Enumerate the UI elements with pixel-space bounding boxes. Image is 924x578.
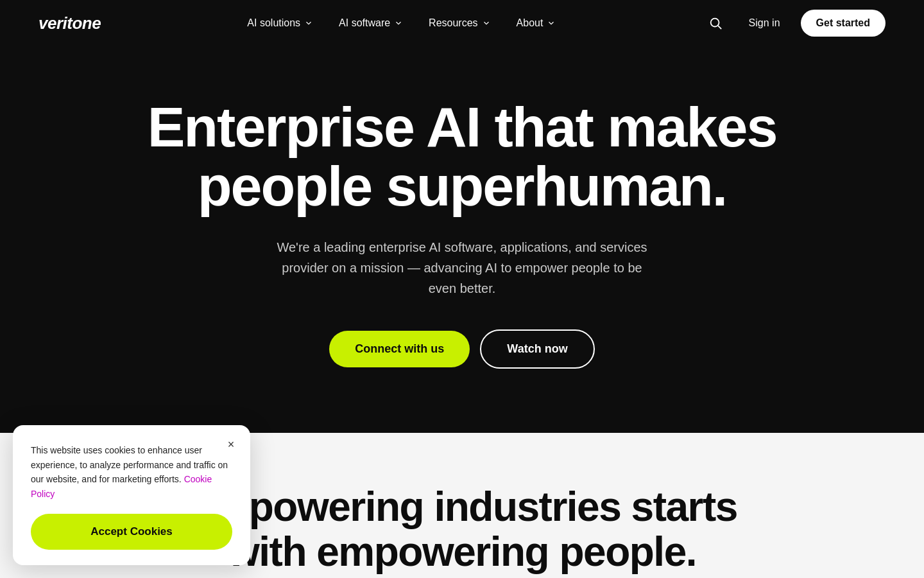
nav-item-about[interactable]: About (506, 11, 567, 35)
watch-now-button[interactable]: Watch now (480, 329, 594, 369)
section-two-title: Empowering industries starts with empowe… (173, 484, 751, 575)
nav-item-ai-solutions[interactable]: AI solutions (237, 11, 323, 35)
search-icon (708, 16, 723, 30)
nav-item-resources[interactable]: Resources (418, 11, 501, 35)
svg-point-0 (710, 19, 719, 27)
hero-subtitle: We're a leading enterprise AI software, … (276, 237, 648, 299)
nav-label-ai-software: AI software (339, 17, 390, 29)
chevron-down-icon (394, 19, 403, 28)
nav-item-ai-software[interactable]: AI software (329, 11, 413, 35)
section-two-title-text: Empowering industries starts with empowe… (187, 484, 737, 575)
chevron-down-icon (547, 19, 556, 28)
connect-with-us-button[interactable]: Connect with us (329, 331, 470, 367)
chevron-down-icon (304, 19, 313, 28)
hero-title: Enterprise AI that makes people superhum… (77, 98, 847, 216)
cookie-close-button[interactable]: × (222, 435, 240, 453)
navbar: veritone AI solutions AI software Resour… (0, 0, 924, 46)
logo-text: veritone (38, 13, 101, 33)
nav-links: AI solutions AI software Resources About (237, 11, 566, 35)
nav-actions: Sign in Get started (703, 10, 886, 37)
chevron-down-icon (482, 19, 491, 28)
svg-line-1 (718, 26, 721, 29)
accept-cookies-button[interactable]: Accept Cookies (31, 514, 232, 550)
hero-section: Enterprise AI that makes people superhum… (0, 46, 924, 433)
signin-link[interactable]: Sign in (739, 11, 791, 35)
nav-label-resources: Resources (429, 17, 477, 29)
get-started-button[interactable]: Get started (801, 10, 886, 37)
cookie-banner: × This website uses cookies to enhance u… (13, 425, 250, 565)
cookie-message: This website uses cookies to enhance use… (31, 443, 232, 501)
search-button[interactable] (703, 10, 728, 36)
nav-label-about: About (517, 17, 543, 29)
logo[interactable]: veritone (38, 13, 101, 33)
hero-buttons: Connect with us Watch now (38, 329, 886, 369)
nav-label-ai-solutions: AI solutions (247, 17, 300, 29)
